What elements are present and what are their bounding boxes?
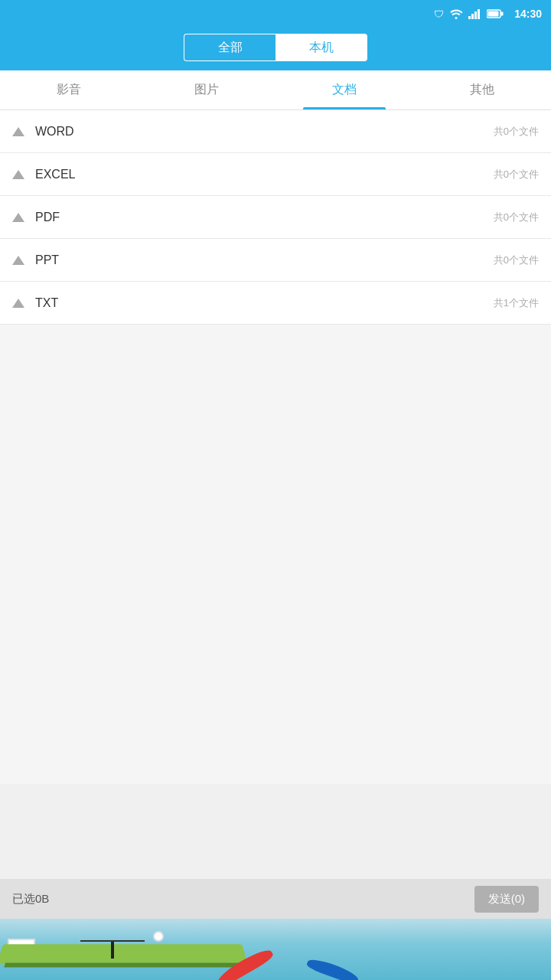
expand-arrow-txt xyxy=(12,299,24,308)
bottom-bar: 已选0B 发送(0) xyxy=(0,879,551,919)
decoration-paddle2 xyxy=(305,956,360,980)
status-icons: 🛡 14:30 xyxy=(434,8,542,20)
file-row-ppt[interactable]: PPT 共0个文件 xyxy=(0,239,551,282)
decoration-net xyxy=(111,940,114,959)
tab-document[interactable]: 文档 xyxy=(276,70,413,109)
category-tab-bar: 影音 图片 文档 其他 xyxy=(0,70,551,110)
signal-icon xyxy=(468,8,482,19)
file-row-excel[interactable]: EXCEL 共0个文件 xyxy=(0,153,551,196)
wifi-icon xyxy=(448,8,464,19)
file-row-txt[interactable]: TXT 共1个文件 xyxy=(0,282,551,325)
status-time: 14:30 xyxy=(514,8,542,20)
svg-rect-6 xyxy=(488,11,499,17)
status-bar: 🛡 14:30 xyxy=(0,0,551,28)
file-type-word: WORD xyxy=(35,125,494,139)
decoration-ball xyxy=(153,931,164,942)
tab-photo[interactable]: 图片 xyxy=(138,70,276,109)
tab-media[interactable]: 影音 xyxy=(0,70,138,109)
file-row-pdf[interactable]: PDF 共0个文件 xyxy=(0,196,551,239)
top-tab-bar: 全部 本机 xyxy=(0,28,551,70)
file-list: WORD 共0个文件 EXCEL 共0个文件 PDF 共0个文件 PPT 共0个… xyxy=(0,110,551,325)
tab-all[interactable]: 全部 xyxy=(184,34,276,61)
battery-icon xyxy=(487,9,504,18)
send-button[interactable]: 发送(0) xyxy=(474,886,539,913)
svg-rect-0 xyxy=(468,16,471,19)
svg-rect-1 xyxy=(471,14,474,19)
expand-arrow-pdf xyxy=(12,213,24,222)
svg-rect-5 xyxy=(501,12,504,16)
empty-area xyxy=(0,325,551,784)
file-type-pdf: PDF xyxy=(35,211,494,224)
tab-local[interactable]: 本机 xyxy=(276,34,367,61)
decoration-table xyxy=(0,944,248,964)
svg-rect-3 xyxy=(478,9,480,19)
file-type-excel: EXCEL xyxy=(35,168,494,181)
file-count-ppt: 共0个文件 xyxy=(494,253,539,267)
expand-arrow-excel xyxy=(12,170,24,179)
file-type-txt: TXT xyxy=(35,296,494,310)
shield-icon: 🛡 xyxy=(434,8,444,20)
file-type-ppt: PPT xyxy=(35,253,494,267)
file-count-excel: 共0个文件 xyxy=(494,168,539,181)
file-row-word[interactable]: WORD 共0个文件 xyxy=(0,110,551,153)
selected-size: 已选0B xyxy=(12,892,49,906)
file-count-pdf: 共0个文件 xyxy=(494,211,539,224)
expand-arrow-word xyxy=(12,127,24,136)
tab-other[interactable]: 其他 xyxy=(413,70,551,109)
bottom-decoration xyxy=(0,919,551,980)
svg-rect-2 xyxy=(474,11,477,19)
file-count-word: 共0个文件 xyxy=(494,125,539,139)
expand-arrow-ppt xyxy=(12,256,24,265)
file-count-txt: 共1个文件 xyxy=(494,296,539,310)
